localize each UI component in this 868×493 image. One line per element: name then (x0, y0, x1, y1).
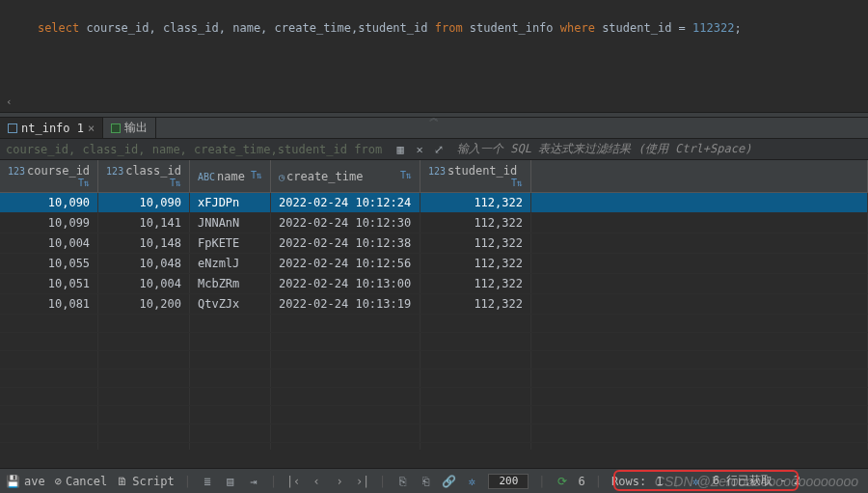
sort-icon[interactable]: T⇅ (251, 170, 262, 180)
cell-class_id[interactable]: 10,048 (98, 254, 190, 274)
script-icon: 🗎 (117, 475, 128, 488)
cell-name[interactable]: xFJDPn (189, 193, 270, 213)
column-header-student_id[interactable]: 123student_idT⇅ (420, 160, 530, 193)
column-header-class_id[interactable]: 123class_idT⇅ (98, 160, 190, 193)
tab-output[interactable]: 输出 (103, 118, 156, 138)
page-size-input[interactable] (488, 474, 529, 489)
rows-label: Rows: (611, 475, 646, 488)
cell-name[interactable]: JNNAnN (189, 213, 270, 233)
sql-table: student_info (463, 21, 560, 35)
cell-student_id[interactable]: 112,322 (420, 213, 530, 233)
cell-course_id[interactable]: 10,090 (0, 193, 98, 213)
table-row-empty (0, 351, 868, 370)
cell-student_id[interactable]: 112,322 (420, 274, 530, 294)
table-row[interactable]: 10,05510,048eNzmlJ2022-02-24 10:12:56112… (0, 254, 868, 274)
cell-course_id[interactable]: 10,004 (0, 233, 98, 254)
cell-name[interactable]: FpKETE (189, 233, 270, 254)
cell-create_time[interactable]: 2022-02-24 10:12:38 (270, 233, 420, 254)
cell-course_id[interactable]: 10,055 (0, 254, 98, 274)
cell-name[interactable]: QtvZJx (189, 294, 270, 315)
filter-bar: course_id, class_id, name, create_time,s… (0, 139, 868, 160)
next-page-icon[interactable]: › (333, 475, 346, 488)
first-page-icon[interactable]: |‹ (286, 475, 300, 488)
keyword-from: from (435, 21, 463, 35)
cell-name[interactable]: eNzmlJ (189, 254, 270, 274)
table-row-empty (0, 333, 868, 351)
table-row[interactable]: 10,09910,141JNNAnN2022-02-24 10:12:30112… (0, 213, 868, 233)
cell-student_id[interactable]: 112,322 (420, 254, 530, 274)
refresh-icon[interactable]: ⟳ (556, 475, 569, 488)
script-button[interactable]: 🗎Script (117, 475, 174, 488)
table-row[interactable]: 10,09010,090xFJDPn2022-02-24 10:12:24112… (0, 193, 868, 213)
link-icon[interactable]: 🔗 (442, 475, 455, 488)
tab-output-label: 输出 (124, 120, 148, 136)
sql-fields: course_id, class_id, name, create_time,s… (79, 21, 434, 35)
cell-course_id[interactable]: 10,081 (0, 294, 98, 315)
cell-class_id[interactable]: 10,200 (98, 294, 190, 315)
collapse-icon[interactable]: ⇥ (247, 475, 260, 488)
save-button[interactable]: 💾ave (6, 475, 45, 488)
table-row[interactable]: 10,00410,148FpKETE2022-02-24 10:12:38112… (0, 233, 868, 254)
output-icon (111, 123, 121, 133)
cell-name[interactable]: McbZRm (189, 274, 270, 294)
cell-student_id[interactable]: 112,322 (420, 233, 530, 254)
cell-class_id[interactable]: 10,004 (98, 274, 190, 294)
table-row-empty (0, 406, 868, 425)
close-icon[interactable]: × (88, 122, 95, 135)
prev-page-icon[interactable]: ‹ (310, 475, 323, 488)
filter-dim-text: course_id, class_id, name, create_time,s… (0, 143, 388, 156)
cell-student_id[interactable]: 112,322 (420, 294, 530, 315)
cell-create_time[interactable]: 2022-02-24 10:12:30 (270, 213, 420, 233)
sort-icon[interactable]: T⇅ (78, 178, 90, 188)
remove-column-icon[interactable]: ✕ (413, 143, 426, 156)
scroll-left-icon[interactable]: ‹ (6, 96, 13, 108)
last-page-icon[interactable]: ›| (356, 475, 369, 488)
sql-editor[interactable]: select course_id, class_id, name, create… (0, 0, 868, 112)
type-prefix-icon: 123 (428, 166, 446, 177)
expand-icon[interactable]: ⤢ (432, 143, 446, 156)
column-header-create_time[interactable]: ◷create_timeT⇅ (270, 160, 420, 193)
type-prefix-icon: 123 (8, 166, 25, 177)
column-header-name[interactable]: ABCnameT⇅ (189, 160, 270, 193)
column-header-course_id[interactable]: 123course_idT⇅ (0, 160, 98, 193)
fetched-text: 6 行已获取 - 2 (713, 473, 800, 489)
type-prefix-icon: ◷ (279, 172, 285, 182)
cell-course_id[interactable]: 10,051 (0, 274, 98, 294)
cell-create_time[interactable]: 2022-02-24 10:12:24 (270, 193, 420, 213)
cell-course_id[interactable]: 10,099 (0, 213, 98, 233)
refresh-count: 6 (579, 475, 585, 488)
cell-class_id[interactable]: 10,148 (98, 233, 190, 254)
settings-icon[interactable]: ✲ (465, 475, 478, 488)
cell-create_time[interactable]: 2022-02-24 10:13:00 (270, 274, 420, 294)
table-row-empty (0, 315, 868, 333)
pane-splitter[interactable]: ︽ (0, 112, 868, 118)
column-name: name (217, 170, 245, 183)
table-row[interactable]: 10,08110,200QtvZJx2022-02-24 10:13:19112… (0, 294, 868, 315)
table-row[interactable]: 10,05110,004McbZRm2022-02-24 10:13:00112… (0, 274, 868, 294)
sort-icon[interactable]: T⇅ (400, 170, 412, 180)
cell-class_id[interactable]: 10,090 (98, 193, 190, 213)
cell-create_time[interactable]: 2022-02-24 10:12:56 (270, 254, 420, 274)
column-name: student_id (448, 164, 517, 178)
cell-create_time[interactable]: 2022-02-24 10:13:19 (270, 294, 420, 315)
table-row-empty (0, 388, 868, 406)
sql-terminator: ; (734, 21, 741, 35)
filter-hint[interactable]: 输入一个 SQL 表达式来过滤结果 (使用 Ctrl+Space) (451, 141, 751, 157)
cell-student_id[interactable]: 112,322 (420, 193, 530, 213)
sort-icon[interactable]: T⇅ (170, 178, 181, 188)
sort-icon[interactable]: T⇅ (511, 178, 523, 188)
sql-literal: 112322 (692, 21, 734, 35)
cancel-button[interactable]: ⊘Cancel (55, 475, 108, 488)
save-icon: 💾 (6, 475, 20, 488)
info-icon: ✲ (690, 475, 703, 488)
justify-icon[interactable]: ≣ (201, 475, 214, 488)
export-icon[interactable]: ⎘ (395, 475, 409, 488)
add-column-icon[interactable]: ▦ (393, 143, 407, 156)
cancel-icon: ⊘ (55, 475, 62, 488)
cell-class_id[interactable]: 10,141 (98, 213, 190, 233)
layout-icon[interactable]: ▤ (224, 475, 237, 488)
import-icon[interactable]: ⎗ (419, 475, 432, 488)
tab-result-label: nt_info 1 (21, 122, 84, 135)
tab-result[interactable]: nt_info 1 × (0, 118, 103, 138)
rows-value: 1 (656, 475, 663, 488)
